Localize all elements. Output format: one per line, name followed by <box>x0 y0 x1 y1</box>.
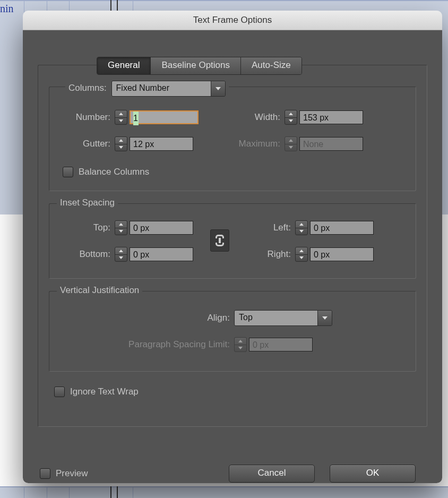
maximum-stepper <box>285 136 297 151</box>
align-value: Top <box>235 311 317 325</box>
number-label: Number: <box>49 112 115 123</box>
link-icon[interactable] <box>210 229 229 252</box>
balance-columns-checkbox[interactable] <box>63 167 73 177</box>
top-label: Top: <box>49 222 115 233</box>
left-stepper[interactable] <box>295 220 308 235</box>
number-field[interactable]: 1 <box>130 110 199 124</box>
number-stepper[interactable] <box>115 110 127 125</box>
align-label: Align: <box>177 313 234 323</box>
vjust-legend: Vertical Justification <box>57 285 142 296</box>
ignore-text-wrap-label: Ignore Text Wrap <box>70 387 139 397</box>
top-field[interactable]: 0 px <box>130 221 193 235</box>
preview-label: Preview <box>56 468 88 479</box>
ignore-text-wrap-checkbox[interactable] <box>54 387 65 397</box>
maximum-label: Maximum: <box>209 139 285 149</box>
psl-label: Paragraph Spacing Limit: <box>81 339 234 350</box>
vertical-justification-group: Vertical Justification Align: Top Paragr… <box>49 291 416 372</box>
dialog-title: Text Frame Options <box>23 11 442 30</box>
psl-field: 0 px <box>249 338 313 351</box>
cancel-button[interactable]: Cancel <box>229 465 315 483</box>
ok-button[interactable]: OK <box>330 465 416 483</box>
balance-columns-label: Balance Columns <box>79 167 149 177</box>
inset-spacing-group: Inset Spacing Top: 0 px Bottom: 0 px <box>49 203 416 279</box>
bg-text-min: nin <box>0 3 14 15</box>
right-label: Right: <box>238 249 295 260</box>
left-label: Left: <box>238 222 295 233</box>
tab-general[interactable]: General <box>97 57 150 74</box>
width-label: Width: <box>225 112 285 123</box>
inset-legend: Inset Spacing <box>57 198 118 208</box>
bottom-field[interactable]: 0 px <box>130 247 193 261</box>
main-panel: General Baseline Options Auto-Size Colum… <box>38 65 427 427</box>
top-stepper[interactable] <box>115 220 127 235</box>
columns-mode-value: Fixed Number <box>112 81 211 96</box>
right-stepper[interactable] <box>295 247 308 262</box>
tab-auto-size[interactable]: Auto-Size <box>240 57 301 74</box>
text-frame-options-dialog: Text Frame Options General Baseline Opti… <box>23 11 442 483</box>
bottom-stepper[interactable] <box>115 247 127 262</box>
gutter-field[interactable]: 12 px <box>130 137 193 151</box>
width-stepper[interactable] <box>285 110 297 125</box>
gutter-label: Gutter: <box>49 139 115 149</box>
maximum-field: None <box>299 137 363 151</box>
left-field[interactable]: 0 px <box>310 221 374 235</box>
columns-mode-dropdown[interactable]: Fixed Number <box>111 81 226 97</box>
align-dropdown[interactable]: Top <box>234 310 332 326</box>
width-field[interactable]: 153 px <box>299 110 363 124</box>
dropdown-arrow-icon <box>317 311 332 325</box>
preview-checkbox[interactable] <box>40 468 50 479</box>
psl-stepper <box>234 337 247 352</box>
right-field[interactable]: 0 px <box>310 247 374 261</box>
dropdown-arrow-icon <box>211 81 225 96</box>
gutter-stepper[interactable] <box>115 136 127 151</box>
bottom-label: Bottom: <box>49 249 115 260</box>
columns-legend: Columns: Fixed Number <box>65 81 229 97</box>
columns-group: Columns: Fixed Number Number: <box>49 87 416 191</box>
tab-bar: General Baseline Options Auto-Size <box>97 57 302 75</box>
tab-baseline-options[interactable]: Baseline Options <box>150 57 240 74</box>
